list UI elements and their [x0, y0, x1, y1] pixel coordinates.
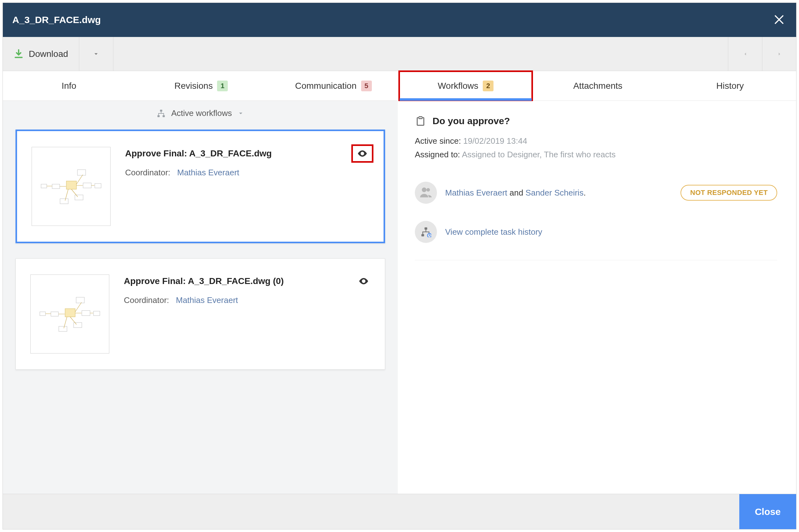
workflow-filter-dropdown[interactable]: Active workflows	[16, 108, 385, 118]
svg-rect-12	[60, 199, 68, 204]
svg-rect-21	[425, 227, 427, 230]
body: Active workflows	[3, 101, 796, 494]
communication-count-badge: 5	[361, 80, 372, 91]
workflow-list-pane: Active workflows	[3, 101, 398, 494]
svg-rect-15	[65, 309, 75, 317]
svg-rect-19	[74, 323, 82, 328]
svg-rect-8	[77, 170, 85, 175]
assignee-link[interactable]: Sander Scheiris	[526, 188, 584, 197]
view-task-history-link[interactable]: View complete task history	[445, 227, 542, 237]
tab-info[interactable]: Info	[3, 71, 135, 100]
svg-rect-3	[157, 115, 159, 117]
tab-bar: Info Revisions 1 Communication 5 Workflo…	[3, 71, 796, 101]
task-history-row: View complete task history	[415, 221, 777, 260]
eye-icon[interactable]	[356, 147, 369, 160]
svg-rect-4	[163, 115, 165, 117]
close-button[interactable]: Close	[739, 494, 796, 529]
history-icon	[415, 221, 437, 243]
assignee-link[interactable]: Mathias Everaert	[445, 188, 508, 197]
svg-rect-14	[51, 312, 58, 316]
workflow-card[interactable]: Approve Final: A_3_DR_FACE.dwg Coordinat…	[16, 130, 385, 243]
file-details-modal: A_3_DR_FACE.dwg Download Info Revisions …	[2, 2, 797, 530]
svg-rect-13	[40, 312, 45, 316]
next-button[interactable]	[762, 37, 796, 71]
workflows-count-badge: 2	[483, 80, 494, 91]
avatar	[415, 182, 437, 204]
status-badge: NOT RESPONDED YET	[681, 185, 777, 201]
workflow-filter-label: Active workflows	[171, 108, 232, 118]
svg-rect-2	[160, 110, 162, 112]
close-icon[interactable]	[774, 14, 785, 26]
modal-footer: Close	[3, 494, 796, 529]
coordinator-link[interactable]: Mathias Everaert	[176, 296, 238, 305]
active-since-label: Active since:	[415, 136, 461, 146]
tab-communication[interactable]: Communication 5	[267, 71, 400, 100]
svg-rect-9	[83, 183, 91, 188]
task-title: Do you approve?	[415, 115, 777, 127]
svg-rect-22	[421, 234, 424, 236]
svg-rect-17	[82, 310, 90, 316]
download-label: Download	[29, 49, 68, 59]
tab-workflows[interactable]: Workflows 2	[400, 71, 532, 100]
tab-history[interactable]: History	[664, 71, 797, 100]
svg-rect-7	[66, 181, 76, 189]
assignees-block: Mathias Everaert and Sander Scheiris. NO…	[415, 182, 777, 204]
workflow-detail-pane: Do you approve? Active since: 19/02/2019…	[398, 101, 796, 494]
svg-rect-5	[41, 184, 47, 188]
clipboard-icon	[415, 115, 426, 127]
svg-rect-16	[76, 297, 84, 303]
download-menu-button[interactable]	[79, 37, 113, 71]
modal-header: A_3_DR_FACE.dwg	[3, 3, 796, 37]
assigned-to-value: Assigned to Designer, The first who reac…	[462, 150, 616, 159]
svg-rect-6	[52, 184, 60, 189]
workflow-thumbnail	[30, 274, 109, 354]
svg-rect-20	[59, 326, 67, 331]
svg-rect-11	[75, 195, 83, 200]
coordinator-label: Coordinator:	[125, 168, 170, 177]
revisions-count-badge: 1	[217, 80, 228, 91]
users-icon	[419, 186, 433, 200]
svg-rect-10	[95, 184, 101, 188]
prev-button[interactable]	[728, 37, 762, 71]
download-button[interactable]: Download	[3, 37, 79, 71]
chevron-down-icon	[237, 110, 244, 117]
toolbar: Download	[3, 37, 796, 71]
coordinator-label: Coordinator:	[124, 296, 169, 305]
coordinator-link[interactable]: Mathias Everaert	[177, 168, 240, 177]
tab-revisions[interactable]: Revisions 1	[135, 71, 268, 100]
file-title: A_3_DR_FACE.dwg	[12, 15, 101, 25]
workflow-thumbnail	[32, 147, 111, 226]
active-since-value: 19/02/2019 13:44	[463, 136, 527, 146]
assigned-to-label: Assigned to:	[415, 150, 460, 159]
tab-attachments[interactable]: Attachments	[532, 71, 664, 100]
workflow-title: Approve Final: A_3_DR_FACE.dwg (0)	[124, 276, 284, 286]
workflow-card[interactable]: Approve Final: A_3_DR_FACE.dwg (0) Coord…	[16, 259, 385, 369]
eye-icon[interactable]	[357, 274, 370, 288]
workflow-title: Approve Final: A_3_DR_FACE.dwg	[125, 149, 272, 158]
svg-rect-18	[94, 311, 100, 316]
